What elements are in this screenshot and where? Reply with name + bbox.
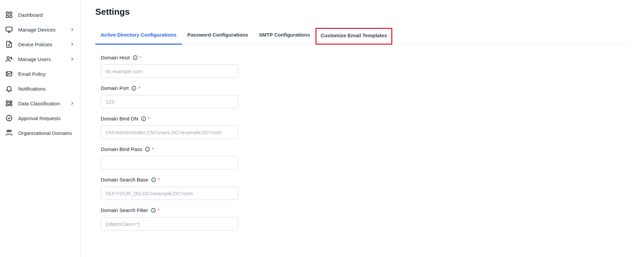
sidebar-item-label: Manage Users xyxy=(18,56,69,63)
sidebar-item-label: Device Policies xyxy=(18,41,69,48)
form-label-text: Domain Bind Pass xyxy=(101,146,142,152)
sidebar-item-approval-requests[interactable]: Approval Requests xyxy=(0,111,80,125)
chevron-right-icon xyxy=(69,56,75,62)
svg-point-11 xyxy=(7,130,9,132)
form-label: Domain Port* xyxy=(101,85,629,91)
required-mark: * xyxy=(138,85,140,91)
email-icon xyxy=(5,70,13,78)
main-content: Settings Active Directory Configurations… xyxy=(81,0,644,257)
form-label-text: Domain Port xyxy=(101,85,129,91)
form-label: Domain Search Base* xyxy=(101,177,629,183)
sidebar-item-manage-devices[interactable]: Manage Devices xyxy=(0,22,80,37)
sidebar-item-label: Notifications xyxy=(18,85,75,92)
sidebar-item-label: Dashboard xyxy=(18,11,75,18)
required-mark: * xyxy=(158,207,160,213)
info-icon[interactable] xyxy=(145,147,150,152)
chevron-right-icon xyxy=(69,27,75,32)
form-label-text: Domain Search Base xyxy=(101,177,148,183)
sidebar-item-label: Manage Devices xyxy=(18,26,69,33)
input-domain-host[interactable] xyxy=(101,64,238,78)
svg-point-6 xyxy=(11,57,12,59)
form-label-text: Domain Bind DN xyxy=(101,116,138,121)
info-icon[interactable] xyxy=(131,86,137,91)
sidebar-item-dashboard[interactable]: Dashboard xyxy=(0,7,80,22)
dashboard-icon xyxy=(5,11,13,18)
form-row-domain-host: Domain Host* xyxy=(101,55,629,78)
sidebar-item-email-policy[interactable]: Email Policy xyxy=(0,66,80,81)
form-row-domain-search-base: Domain Search Base* xyxy=(101,177,629,200)
input-domain-bind-pass[interactable] xyxy=(101,156,238,169)
bell-icon xyxy=(5,85,13,92)
required-mark: * xyxy=(148,116,150,121)
users-icon xyxy=(5,55,13,63)
info-icon[interactable] xyxy=(151,208,156,213)
required-mark: * xyxy=(158,177,160,183)
input-domain-search-filter[interactable] xyxy=(101,217,238,230)
form-label: Domain Search Filter* xyxy=(101,207,629,213)
sidebar-item-manage-users[interactable]: Manage Users xyxy=(0,52,80,66)
form-label-text: Domain Search Filter xyxy=(101,207,148,213)
approval-icon xyxy=(5,114,13,122)
svg-rect-1 xyxy=(10,12,12,14)
form-row-domain-port: Domain Port* xyxy=(101,85,629,108)
sidebar-item-label: Data Classification xyxy=(18,100,69,107)
org-icon xyxy=(5,129,13,137)
sidebar-item-data-classification[interactable]: Data Classification xyxy=(0,96,80,111)
svg-point-12 xyxy=(9,130,11,132)
svg-rect-2 xyxy=(6,15,8,17)
svg-point-10 xyxy=(6,115,12,121)
info-icon[interactable] xyxy=(133,55,138,60)
tab-password-configurations[interactable]: Password Configurations xyxy=(182,27,254,45)
svg-rect-8 xyxy=(10,101,12,103)
input-domain-port[interactable] xyxy=(101,95,238,108)
svg-rect-9 xyxy=(10,104,12,106)
info-icon[interactable] xyxy=(141,116,146,121)
form-label-text: Domain Host xyxy=(101,55,130,60)
sidebar-item-device-policies[interactable]: Device Policies xyxy=(0,37,80,52)
input-domain-search-base[interactable] xyxy=(101,187,238,200)
sidebar-item-notifications[interactable]: Notifications xyxy=(0,81,80,96)
sidebar-item-label: Approval Requests xyxy=(18,115,75,122)
form-row-domain-bind-pass: Domain Bind Pass* xyxy=(101,146,629,169)
sidebar: DashboardManage DevicesDevice PoliciesMa… xyxy=(0,0,81,257)
required-mark: * xyxy=(140,55,142,60)
tab-smtp-configurations[interactable]: SMTP Configurations xyxy=(254,27,315,45)
page-title: Settings xyxy=(95,7,629,17)
form-label: Domain Bind Pass* xyxy=(101,146,629,152)
svg-rect-3 xyxy=(10,15,12,17)
chevron-right-icon xyxy=(69,42,75,47)
form-label: Domain Host* xyxy=(101,55,629,60)
form-row-domain-search-filter: Domain Search Filter* xyxy=(101,207,629,230)
chevron-right-icon xyxy=(69,101,75,106)
sidebar-item-organizational-domains[interactable]: Organizational Domains xyxy=(0,125,80,140)
tabs-bar: Active Directory ConfigurationsPassword … xyxy=(95,27,629,45)
devices-icon xyxy=(5,26,13,33)
required-mark: * xyxy=(152,146,154,152)
svg-point-5 xyxy=(7,57,9,59)
sidebar-item-label: Organizational Domains xyxy=(18,130,75,137)
svg-rect-0 xyxy=(6,12,8,14)
sidebar-item-label: Email Policy xyxy=(18,70,75,78)
tab-active-directory-configurations[interactable]: Active Directory Configurations xyxy=(95,27,182,45)
classification-icon xyxy=(5,100,13,107)
tab-customize-email-templates[interactable]: Customize Email Templates xyxy=(315,28,392,45)
info-icon[interactable] xyxy=(151,177,156,183)
form-row-domain-bind-dn: Domain Bind DN* xyxy=(101,116,629,139)
svg-rect-4 xyxy=(6,27,12,31)
input-domain-bind-dn[interactable] xyxy=(101,125,238,139)
policies-icon xyxy=(5,41,13,48)
form-ad-config: Domain Host*Domain Port*Domain Bind DN*D… xyxy=(95,55,629,230)
form-label: Domain Bind DN* xyxy=(101,116,629,121)
